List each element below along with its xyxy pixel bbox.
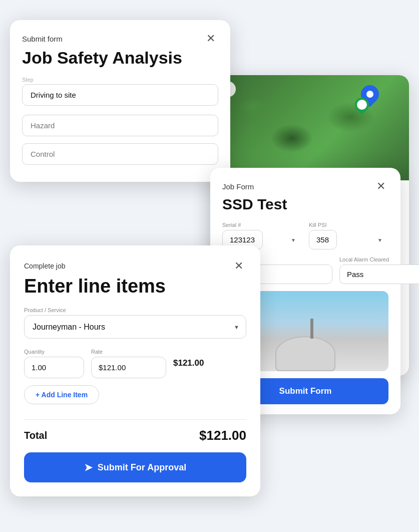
rate-group: Rate — [91, 348, 166, 378]
jsa-step-input[interactable] — [22, 84, 218, 106]
kill-psi-label: Kill PSI — [309, 222, 388, 228]
submit-approval-button[interactable]: ➤ Submit For Approval — [24, 452, 246, 482]
rate-label: Rate — [91, 349, 166, 355]
submit-approval-label: Submit For Approval — [98, 462, 186, 473]
map-background: ‹ — [214, 75, 409, 180]
photo-pipe — [310, 319, 313, 339]
divider — [24, 419, 246, 420]
jsa-close-button[interactable]: ✕ — [203, 32, 218, 45]
line-total: $121.00 — [173, 358, 204, 368]
jsa-control-input[interactable] — [22, 143, 218, 165]
local-alarm-cleared-input[interactable] — [339, 264, 419, 284]
jsa-card-header: Submit form ✕ — [22, 32, 218, 45]
complete-card-header: Complete job ✕ — [24, 259, 246, 273]
complete-close-button[interactable]: ✕ — [231, 259, 246, 273]
total-label: Total — [24, 430, 47, 441]
job-form-subtitle: Job Form — [222, 182, 254, 191]
jsa-card: Submit form ✕ Job Safety Analysis Step — [10, 20, 230, 182]
jsa-step-label: Step — [22, 77, 218, 83]
total-row: Total $121.00 — [24, 428, 246, 443]
product-select[interactable]: Journeyman - Hours — [24, 315, 246, 339]
quantity-group: Quantity — [24, 348, 84, 378]
complete-title: Enter line items — [24, 276, 246, 297]
rate-input[interactable] — [91, 357, 166, 378]
kill-psi-group: Kill PSI 358 — [309, 222, 388, 249]
complete-job-card: Complete job ✕ Enter line items Product … — [10, 245, 260, 496]
line-items-row: Quantity Rate $121.00 — [24, 348, 246, 378]
total-value: $121.00 — [199, 428, 246, 443]
local-alarm-cleared-label: Local Alarm Cleared — [339, 256, 419, 262]
jsa-subtitle: Submit form — [22, 35, 63, 43]
job-form-close-button[interactable]: ✕ — [373, 180, 388, 193]
jsa-title: Job Safety Analysis — [22, 48, 218, 68]
quantity-label: Quantity — [24, 349, 84, 355]
job-form-title: SSD Test — [222, 196, 388, 213]
send-icon: ➤ — [84, 461, 93, 473]
kill-psi-select[interactable]: 358 — [309, 230, 337, 249]
product-label: Product / Service — [24, 307, 246, 313]
complete-subtitle: Complete job — [24, 262, 66, 270]
quantity-input[interactable] — [24, 357, 84, 378]
kill-psi-select-wrapper: 358 — [309, 230, 388, 249]
serial-label: Serial # — [222, 222, 302, 228]
job-form-header: Job Form ✕ — [222, 180, 388, 193]
jsa-step-group: Step — [22, 77, 218, 113]
product-select-wrapper: Journeyman - Hours — [24, 315, 246, 339]
local-alarm-cleared-group: Local Alarm Cleared — [339, 256, 419, 284]
add-line-item-button[interactable]: + Add Line Item — [24, 385, 99, 404]
photo-tank — [275, 336, 335, 371]
jsa-hazard-input[interactable] — [22, 115, 218, 136]
